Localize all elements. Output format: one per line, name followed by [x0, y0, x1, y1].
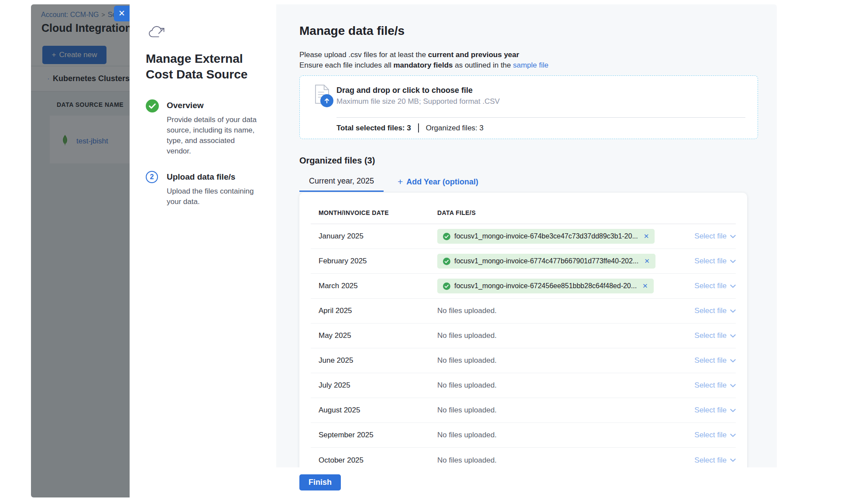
step-number-icon: 2	[146, 171, 158, 183]
close-button[interactable]: ✕	[114, 6, 130, 21]
wizard-step-overview: Overview Provide details of your data so…	[146, 99, 266, 157]
instructions: Please upload .csv files for at least th…	[299, 50, 758, 71]
file-chip: focusv1_mongo-invoice-672456ee851bbb28c6…	[437, 279, 654, 293]
table-row: March 2025 focusv1_mongo-invoice-672456e…	[311, 274, 736, 299]
month-label: January 2025	[311, 232, 437, 241]
finish-button[interactable]: Finish	[299, 474, 341, 490]
plus-icon: +	[398, 177, 403, 187]
chevron-down-icon	[730, 284, 736, 288]
dropzone-subtitle: Maximum file size 20 MB; Supported forma…	[336, 97, 500, 106]
wizard-panel: Manage External Cost Data Source Overvie…	[130, 4, 276, 497]
month-label: May 2025	[311, 331, 437, 340]
month-label: August 2025	[311, 406, 437, 415]
no-files-text: No files uploaded.	[437, 356, 497, 364]
organized-files-heading: Organized files (3)	[299, 156, 758, 166]
total-selected-files: Total selected files: 3	[336, 124, 411, 133]
check-circle-icon	[443, 233, 450, 240]
tab-current-year[interactable]: Current year, 2025	[299, 172, 384, 192]
select-file-dropdown[interactable]: Select file	[676, 331, 736, 340]
no-files-text: No files uploaded.	[437, 381, 497, 389]
no-files-text: No files uploaded.	[437, 306, 497, 315]
file-dropzone[interactable]: Drag and drop or click to choose file Ma…	[299, 75, 758, 139]
file-chip: focusv1_mongo-invoice-6774c477b667901d77…	[437, 254, 655, 269]
month-label: February 2025	[311, 257, 437, 266]
year-tabs: Current year, 2025 +Add Year (optional)	[299, 172, 758, 192]
chevron-down-icon	[730, 259, 736, 263]
table-row: April 2025 No files uploaded. Select fil…	[311, 299, 736, 324]
column-data-files: DATA FILE/S	[437, 209, 676, 216]
select-file-dropdown[interactable]: Select file	[676, 257, 736, 266]
add-year-label: Add Year (optional)	[406, 177, 478, 187]
check-circle-icon	[443, 283, 450, 290]
month-label: April 2025	[311, 306, 437, 315]
chevron-down-icon	[730, 359, 736, 363]
no-files-text: No files uploaded.	[437, 331, 497, 340]
wizard-title: Manage External Cost Data Source	[146, 51, 259, 82]
totals-divider	[418, 123, 419, 133]
remove-file-icon[interactable]: ✕	[644, 232, 649, 240]
main-title: Manage data file/s	[299, 24, 758, 38]
month-label: June 2025	[311, 356, 437, 365]
organized-files-count: Organized files: 3	[426, 124, 484, 133]
file-name: focusv1_mongo-invoice-672456ee851bbb28c6…	[454, 282, 637, 290]
modal-footer: Finish	[276, 467, 777, 497]
modal-backdrop	[31, 4, 130, 497]
table-row: January 2025 focusv1_mongo-invoice-674be…	[311, 224, 736, 249]
table-row: August 2025 No files uploaded. Select fi…	[311, 398, 736, 423]
upload-arrow-icon	[320, 94, 333, 107]
export-cloud-icon	[148, 24, 166, 40]
file-name: focusv1_mongo-invoice-674be3ce47c73d37dd…	[454, 232, 638, 240]
month-label: October 2025	[311, 456, 437, 465]
no-files-text: No files uploaded.	[437, 406, 497, 414]
step-label: Upload data file/s	[167, 170, 261, 182]
remove-file-icon[interactable]: ✕	[644, 257, 650, 265]
chevron-down-icon	[730, 334, 736, 338]
table-header-row: MONTH/INVOICE DATE DATA FILE/S	[311, 201, 736, 224]
remove-file-icon[interactable]: ✕	[642, 282, 648, 290]
file-name: focusv1_mongo-invoice-6774c477b667901d77…	[454, 257, 638, 265]
table-row: July 2025 No files uploaded. Select file	[311, 373, 736, 398]
no-files-text: No files uploaded.	[437, 456, 497, 464]
background-app: Account: CCM-NG>Set Cloud Integration +C…	[31, 4, 130, 497]
table-row: May 2025 No files uploaded. Select file	[311, 324, 736, 348]
dropzone-totals: Total selected files: 3 Organized files:…	[336, 123, 484, 133]
chevron-down-icon	[730, 409, 736, 412]
step-description: Provide details of your data source, inc…	[167, 115, 261, 157]
table-row: February 2025 focusv1_mongo-invoice-6774…	[311, 249, 736, 274]
select-file-dropdown[interactable]: Select file	[676, 456, 736, 465]
table-row: October 2025 No files uploaded. Select f…	[311, 448, 736, 467]
add-year-button[interactable]: +Add Year (optional)	[398, 172, 478, 192]
organized-files-card: MONTH/INVOICE DATE DATA FILE/S January 2…	[299, 193, 747, 467]
select-file-dropdown[interactable]: Select file	[676, 306, 736, 315]
dropzone-divider	[336, 117, 745, 118]
instructions-line-1: Please upload .csv files for at least th…	[299, 50, 758, 60]
dropzone-title: Drag and drop or click to choose file	[336, 86, 473, 95]
wizard-step-upload: 2 Upload data file/s Upload the files co…	[146, 170, 266, 207]
main-content: Manage data file/s Please upload .csv fi…	[276, 4, 777, 467]
select-file-dropdown[interactable]: Select file	[676, 431, 736, 439]
check-circle-icon	[443, 258, 450, 265]
select-file-dropdown[interactable]: Select file	[676, 406, 736, 415]
select-file-dropdown[interactable]: Select file	[676, 282, 736, 290]
step-description: Upload the files containing your data.	[167, 186, 261, 207]
sample-file-link[interactable]: sample file	[513, 61, 549, 69]
chevron-down-icon	[730, 384, 736, 388]
page: Account: CCM-NG>Set Cloud Integration +C…	[0, 0, 844, 504]
select-file-dropdown[interactable]: Select file	[676, 232, 736, 241]
chevron-down-icon	[730, 235, 736, 238]
step-label: Overview	[167, 99, 261, 110]
column-month: MONTH/INVOICE DATE	[311, 209, 437, 216]
select-file-dropdown[interactable]: Select file	[676, 381, 736, 390]
file-chip: focusv1_mongo-invoice-674be3ce47c73d37dd…	[437, 229, 655, 244]
chevron-down-icon	[730, 458, 736, 462]
table-row: June 2025 No files uploaded. Select file	[311, 348, 736, 373]
manage-external-cost-modal: ✕ Manage External Cost Data Source	[130, 4, 777, 497]
month-label: March 2025	[311, 282, 437, 290]
month-label: July 2025	[311, 381, 437, 390]
no-files-text: No files uploaded.	[437, 431, 497, 439]
select-file-dropdown[interactable]: Select file	[676, 356, 736, 365]
chevron-down-icon	[730, 433, 736, 437]
chevron-down-icon	[730, 309, 736, 313]
instructions-line-2: Ensure each file includes all mandatory …	[299, 60, 758, 71]
app-frame: Account: CCM-NG>Set Cloud Integration +C…	[31, 4, 777, 497]
